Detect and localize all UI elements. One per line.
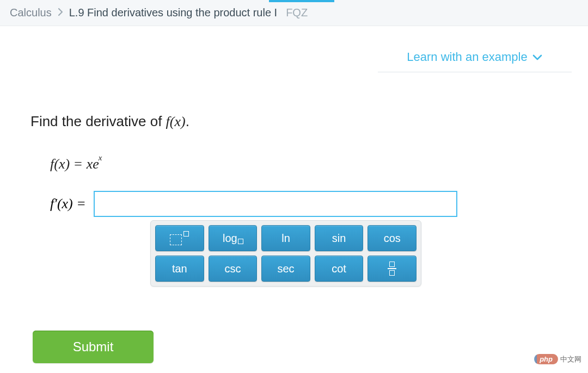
math-keypad: log ln sin cos tan csc sec cot xyxy=(150,220,421,287)
learn-with-example-link[interactable]: Learn with an example xyxy=(378,50,572,72)
breadcrumb-lesson: L.9 Find derivatives using the product r… xyxy=(69,7,277,19)
equation-exponent: x xyxy=(99,153,102,163)
chevron-right-icon xyxy=(57,7,64,19)
key-cot[interactable]: cot xyxy=(315,256,364,282)
prompt-prefix: Find the derivative of xyxy=(30,113,166,129)
key-ln[interactable]: ln xyxy=(261,225,310,251)
answer-label: f′(x) = xyxy=(50,196,86,212)
key-csc[interactable]: csc xyxy=(209,256,258,282)
equation: f(x) = xex xyxy=(50,156,558,172)
key-tan-label: tan xyxy=(172,263,187,275)
breadcrumb-course[interactable]: Calculus xyxy=(10,7,52,19)
log-subscript-icon xyxy=(238,238,243,246)
key-ln-label: ln xyxy=(281,232,290,245)
equation-lhs: f(x) = xe xyxy=(50,156,99,172)
active-tab-indicator xyxy=(269,0,334,2)
key-cos[interactable]: cos xyxy=(367,225,416,251)
answer-input[interactable] xyxy=(94,191,457,217)
key-log-label: log xyxy=(223,232,237,245)
watermark-badge: php 中文网 xyxy=(534,354,581,364)
submit-button[interactable]: Submit xyxy=(33,331,154,363)
key-sin-label: sin xyxy=(332,232,346,245)
key-cot-label: cot xyxy=(332,263,346,275)
key-csc-label: csc xyxy=(224,263,241,275)
prompt-fx: f xyxy=(166,114,170,129)
prompt-suffix: . xyxy=(186,113,189,129)
key-tan[interactable]: tan xyxy=(155,256,204,282)
key-fraction[interactable] xyxy=(367,256,416,282)
key-sin[interactable]: sin xyxy=(315,225,364,251)
key-exponent[interactable] xyxy=(155,225,204,251)
key-sec-label: sec xyxy=(277,263,294,275)
question-prompt: Find the derivative of f(x). xyxy=(30,113,558,130)
fraction-icon xyxy=(388,262,396,276)
php-pill: php xyxy=(534,354,558,364)
learn-with-example-label: Learn with an example xyxy=(407,50,527,64)
breadcrumb-code: FQZ xyxy=(286,7,308,19)
chevron-down-icon xyxy=(532,50,543,64)
breadcrumb: Calculus L.9 Find derivatives using the … xyxy=(0,0,588,26)
exponent-icon xyxy=(170,231,189,245)
badge-text: 中文网 xyxy=(560,355,581,364)
key-sec[interactable]: sec xyxy=(261,256,310,282)
key-log[interactable]: log xyxy=(209,225,258,251)
key-cos-label: cos xyxy=(384,232,401,245)
prompt-x: (x) xyxy=(170,114,186,129)
